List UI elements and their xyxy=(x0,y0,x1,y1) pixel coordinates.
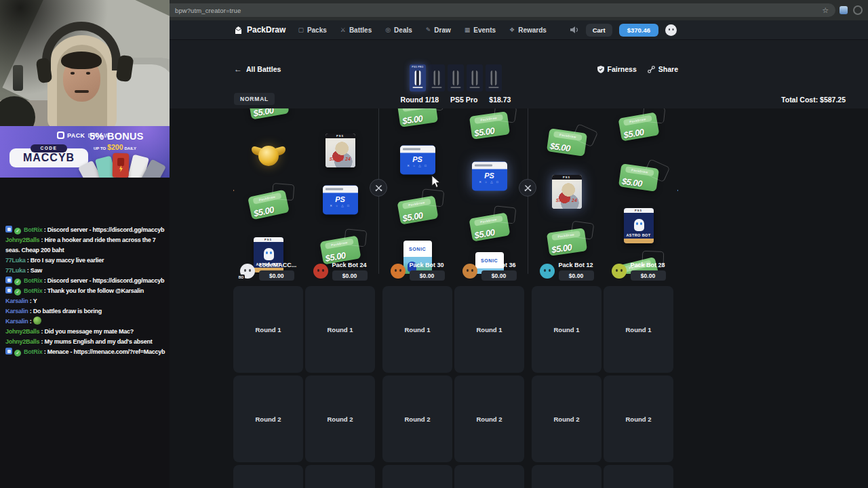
reel-column-3: PackDraw$5.00PS✕ ○ △ □PackDraw$5.00SONIC xyxy=(382,108,452,274)
rewards-icon: ❖ xyxy=(509,26,515,33)
player-avatar-badge: BO xyxy=(237,274,245,280)
pack-thumbnail[interactable] xyxy=(448,64,464,92)
all-battles-back-link[interactable]: ← All Battles xyxy=(234,64,281,74)
chat-username: Karsalin xyxy=(5,318,28,325)
chat-separator: : xyxy=(39,237,44,243)
round-cell[interactable]: Round 2 xyxy=(604,375,673,462)
ps-button-icons: ✕ ○ △ □ xyxy=(472,180,507,184)
nav-item-draw[interactable]: ✎Draw xyxy=(426,26,451,34)
round-cell[interactable] xyxy=(382,465,452,488)
round-cell[interactable] xyxy=(532,465,601,488)
chat-text: Did you message my mate Mac? xyxy=(45,328,134,335)
shield-icon xyxy=(597,66,604,73)
round-cell[interactable]: Round 1 xyxy=(532,286,601,373)
promo-upto: UP TO xyxy=(94,146,106,150)
round-cell[interactable]: Round 2 xyxy=(233,375,303,462)
round-cell[interactable]: Round 1 xyxy=(305,286,375,373)
player-name: Pack Bot 36 xyxy=(481,262,517,268)
promo-pack-cards xyxy=(80,153,168,178)
round-cell[interactable] xyxy=(604,465,673,488)
chat-message: Karsalin : xyxy=(5,317,170,327)
player-slot-5[interactable]: Pack Bot 12$0.00 xyxy=(532,256,601,286)
current-pack-name: PS5 Pro xyxy=(450,96,477,104)
battle-header: ← All Battles PS5 PRO Fairness Share xyxy=(170,40,868,108)
extension-icon[interactable] xyxy=(840,6,848,14)
fairness-label: Fairness xyxy=(608,65,637,73)
player-avatar xyxy=(462,264,477,279)
nav-item-battles[interactable]: ⚔Battles xyxy=(340,26,372,34)
nav-item-packs[interactable]: ▢Packs xyxy=(298,26,326,34)
webcam-mic-popfilter xyxy=(0,96,35,126)
round-cell-label: Round 2 xyxy=(554,415,580,423)
player-slot-6[interactable]: Pack Bot 28$0.00 xyxy=(604,256,673,286)
pack-thumbnail[interactable] xyxy=(429,64,445,92)
packs-icon: ▢ xyxy=(298,26,304,33)
round-cell-label: Round 1 xyxy=(477,326,502,333)
chat-username: BotRix xyxy=(24,287,43,294)
bot-badge-icon xyxy=(5,277,12,283)
round-cell[interactable]: Round 1 xyxy=(382,286,452,373)
balance-button[interactable]: $370.46 xyxy=(619,24,658,37)
chat-message: ✓BotRix : Thank you for the follow @Kars… xyxy=(5,286,170,296)
fairness-button[interactable]: Fairness xyxy=(597,65,637,73)
share-button[interactable]: Share xyxy=(648,65,678,73)
round-cell[interactable]: Round 2 xyxy=(532,375,601,462)
nav-item-events[interactable]: ▦Events xyxy=(465,26,496,34)
reel-item-gold-badge xyxy=(252,142,285,170)
chat-message: Karsalin : Do battles draw is boring xyxy=(5,306,170,317)
gift-card-value: $5.00 xyxy=(549,141,571,154)
cover-platform-strip: PS5 xyxy=(552,175,582,180)
reel-item-gift-card: PackDraw$5.00 xyxy=(469,111,509,139)
mlb-cover-art xyxy=(326,138,355,167)
round-cell[interactable]: Round 2 xyxy=(382,375,452,462)
round-cell[interactable]: Round 2 xyxy=(305,375,375,462)
chat-username: BotRix xyxy=(24,277,43,284)
player-avatar xyxy=(391,264,406,279)
team-divider xyxy=(378,108,379,274)
gift-card-value: $5.00 xyxy=(401,113,423,126)
player-slot-3[interactable]: Pack Bot 30$0.00 xyxy=(382,256,452,286)
ps5-console-art xyxy=(415,70,421,85)
bot-badge-icon xyxy=(5,287,12,293)
gift-card-value: $5.00 xyxy=(252,205,275,219)
pack-thumbnail[interactable] xyxy=(467,64,483,92)
header-actions: Fairness Share xyxy=(597,65,678,73)
chat-message: ✓BotRix : Discord server - https://disco… xyxy=(5,225,170,235)
round-cell-label: Round 2 xyxy=(405,415,431,423)
player-slot-1[interactable]: BOcodeMACC...$0.00 xyxy=(233,256,303,286)
player-slot-2[interactable]: Pack Bot 24$0.00 xyxy=(305,256,375,286)
player-info: Pack Bot 28$0.00 xyxy=(631,262,666,281)
bookmark-star-icon[interactable]: ☆ xyxy=(822,6,829,15)
webcam-feed xyxy=(0,0,170,126)
browser-profile-icon[interactable] xyxy=(853,5,863,15)
chat-separator: : xyxy=(26,267,31,274)
nav-item-deals[interactable]: ◎Deals xyxy=(385,26,412,34)
pack-thumbnail[interactable] xyxy=(486,64,502,92)
promo-code-label: CODE xyxy=(31,144,67,152)
pack-thumbnail-current[interactable]: PS5 PRO xyxy=(410,64,426,92)
cart-button[interactable]: Cart xyxy=(586,24,612,37)
round-cell[interactable]: Round 1 xyxy=(454,286,524,373)
share-icon xyxy=(648,66,655,73)
reel-item-playstation-giftcard: PS✕ ○ △ □ xyxy=(400,146,435,175)
packdraw-brand[interactable]: PackDraw xyxy=(234,25,285,35)
player-slot-4[interactable]: Pack Bot 36$0.00 xyxy=(454,256,524,286)
round-cell[interactable]: Round 2 xyxy=(454,375,524,462)
round-cell[interactable] xyxy=(305,465,375,488)
gift-card-brand: PackDraw xyxy=(401,199,431,209)
round-cell[interactable]: Round 1 xyxy=(233,286,303,373)
round-cell[interactable] xyxy=(454,465,524,488)
sound-icon[interactable] xyxy=(570,26,579,34)
nav-item-rewards[interactable]: ❖Rewards xyxy=(509,26,547,34)
round-cell[interactable] xyxy=(233,465,303,488)
round-cell-label: Round 1 xyxy=(328,326,353,333)
promo-banner: PACK DRAW CODE MACCYB 5% BONUS UP TO$200… xyxy=(0,126,170,178)
promo-amount: $200 xyxy=(107,143,123,151)
round-cell[interactable]: Round 1 xyxy=(604,286,673,373)
player-name: codeMACC... xyxy=(259,262,297,268)
verified-badge-icon: ✓ xyxy=(14,289,21,296)
webcam-microphone xyxy=(13,65,23,91)
chat-message: ✓BotRix : Discord server - https://disco… xyxy=(5,276,170,286)
user-avatar[interactable] xyxy=(665,24,677,36)
chat-username: Karsalin xyxy=(5,298,28,304)
